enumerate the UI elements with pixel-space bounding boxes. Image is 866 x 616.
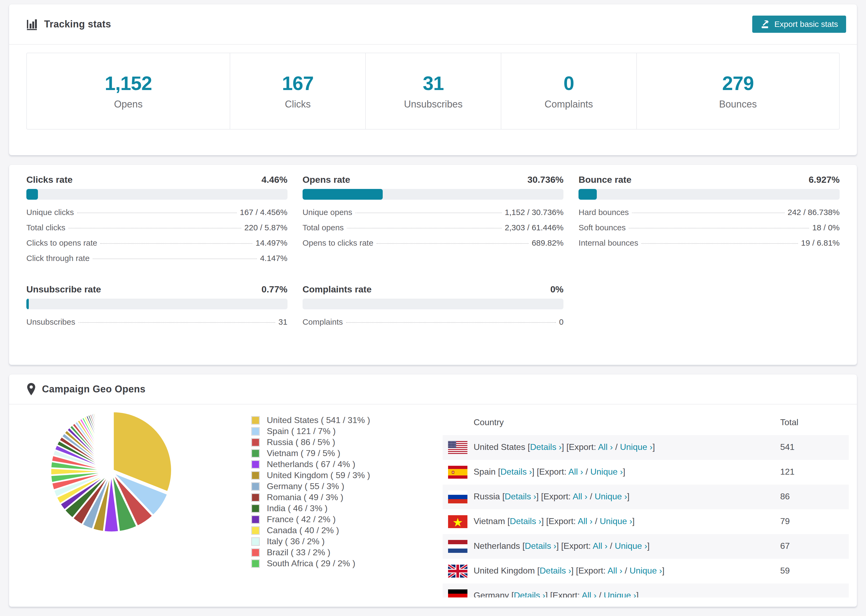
stats-summary-row: 1,152 Opens 167 Clicks 31 Unsubscribes 0… (26, 53, 840, 130)
export-unique-link[interactable]: Unique › (600, 516, 632, 526)
flag-de-icon (448, 589, 468, 597)
legend-item-brazil[interactable]: Brazil ( 33 / 2% ) (251, 547, 370, 558)
country-name: Russia (474, 492, 502, 501)
legend-item-india[interactable]: India ( 46 / 3% ) (251, 503, 370, 514)
slash: / (622, 566, 630, 575)
country-name: Spain (474, 467, 498, 476)
legend-item-germany[interactable]: Germany ( 55 / 3% ) (251, 481, 370, 492)
legend-swatch (251, 427, 260, 436)
legend-item-united-states[interactable]: United States ( 541 / 31% ) (251, 415, 370, 426)
export-all-link[interactable]: All › (598, 442, 612, 452)
stat-unsubscribes: 31 Unsubscribes (365, 53, 501, 129)
tracking-stats-header: Tracking stats Export basic stats (9, 4, 857, 45)
rate-detail-value: 220 / 5.87% (244, 223, 288, 232)
slash: / (597, 591, 604, 597)
bounce-rate-bar (578, 189, 840, 200)
legend-swatch (251, 460, 260, 469)
export-unique-link[interactable]: Unique › (604, 591, 636, 597)
geo-table-header: Country Total (443, 414, 849, 435)
rate-detail-label: Total clicks (26, 223, 65, 232)
export-all-link[interactable]: All › (573, 492, 587, 501)
legend-item-italy[interactable]: Italy ( 36 / 2% ) (251, 536, 370, 547)
export-unique-link[interactable]: Unique › (615, 541, 647, 551)
legend-label: United Kingdom ( 59 / 3% ) (267, 470, 370, 480)
dotted-leader (77, 212, 237, 213)
rate-detail-value: 19 / 6.81% (801, 238, 840, 248)
bracket: ] [Export: (571, 566, 608, 575)
tracking-stats-card: Tracking stats Export basic stats 1,152 … (9, 4, 857, 156)
bracket: ] (632, 516, 635, 526)
upload-icon (760, 19, 770, 29)
bracket: ] (627, 492, 630, 501)
legend-label: Vietnam ( 79 / 5% ) (267, 448, 340, 458)
stat-clicks-label: Clicks (285, 99, 311, 110)
rate-detail-value: 0 (559, 317, 564, 327)
unsubscribe-rate-block: Unsubscribe rate 0.77% Unsubscribes31 (26, 284, 288, 333)
country-cell: Vietnam [Details ›] [Export: All › / Uni… (474, 516, 635, 526)
country-name: United Kingdom (474, 566, 537, 575)
details-link[interactable]: Details › (510, 516, 542, 526)
legend-swatch (251, 482, 260, 491)
legend-item-spain[interactable]: Spain ( 121 / 7% ) (251, 426, 370, 437)
export-button-label: Export basic stats (774, 20, 838, 29)
legend-item-canada[interactable]: Canada ( 40 / 2% ) (251, 525, 370, 536)
legend-item-france[interactable]: France ( 42 / 2% ) (251, 514, 370, 525)
clicks-rate-title: Clicks rate (26, 174, 72, 185)
export-all-link[interactable]: All › (582, 591, 597, 597)
rate-detail-row: Soft bounces18 / 0% (578, 223, 840, 238)
flag-vn-icon (448, 515, 468, 528)
rate-detail-label: Unique clicks (26, 208, 74, 217)
clicks-rate-bar (26, 189, 288, 200)
country-name: Germany (474, 591, 511, 597)
geo-title: Campaign Geo Opens (42, 383, 145, 395)
geo-table-row-ru: Russia [Details ›] [Export: All › / Uniq… (443, 485, 849, 509)
export-unique-link[interactable]: Unique › (620, 442, 652, 452)
dotted-leader (347, 228, 502, 228)
opens-rate-bar (302, 189, 564, 200)
legend-item-netherlands[interactable]: Netherlands ( 67 / 4% ) (251, 459, 370, 470)
details-link[interactable]: Details › (505, 492, 536, 501)
rate-detail-value: 31 (279, 317, 287, 327)
rate-detail-value: 689.82% (532, 238, 564, 248)
rate-detail-row: Opens to clicks rate689.82% (302, 238, 564, 254)
bracket: [ (507, 516, 510, 526)
flag-nl-icon (448, 540, 468, 553)
legend-swatch (251, 537, 260, 546)
export-all-link[interactable]: All › (568, 467, 583, 476)
details-link[interactable]: Details › (514, 591, 545, 597)
country-cell: United States [Details ›] [Export: All ›… (474, 442, 655, 452)
legend-item-south-africa[interactable]: South Africa ( 29 / 2% ) (251, 558, 370, 569)
details-link[interactable]: Details › (525, 541, 556, 551)
total-column-header: Total (780, 417, 798, 427)
export-basic-stats-button[interactable]: Export basic stats (752, 16, 846, 33)
legend-label: South Africa ( 29 / 2% ) (267, 558, 355, 569)
legend-item-russia[interactable]: Russia ( 86 / 5% ) (251, 437, 370, 448)
export-all-link[interactable]: All › (608, 566, 622, 575)
geo-table-row-vn: Vietnam [Details ›] [Export: All › / Uni… (443, 509, 849, 534)
export-all-link[interactable]: All › (593, 541, 608, 551)
bracket: ] [Export: (532, 467, 568, 476)
campaign-geo-opens-card: Campaign Geo Opens United States ( 541 /… (9, 374, 857, 607)
export-unique-link[interactable]: Unique › (630, 566, 662, 575)
rate-detail-label: Unsubscribes (26, 317, 75, 327)
opens-rate-title: Opens rate (302, 174, 350, 185)
legend-item-united-kingdom[interactable]: United Kingdom ( 59 / 3% ) (251, 470, 370, 481)
legend-item-vietnam[interactable]: Vietnam ( 79 / 5% ) (251, 448, 370, 459)
export-unique-link[interactable]: Unique › (590, 467, 623, 476)
rate-detail-value: 242 / 86.738% (788, 208, 840, 217)
details-link[interactable]: Details › (501, 467, 532, 476)
rate-detail-value: 14.497% (255, 238, 287, 248)
details-link[interactable]: Details › (540, 566, 571, 575)
legend-label: Germany ( 55 / 3% ) (267, 481, 344, 491)
map-pin-icon (26, 383, 36, 396)
export-unique-link[interactable]: Unique › (595, 492, 627, 501)
bracket: [ (527, 442, 530, 452)
export-all-link[interactable]: All › (578, 516, 592, 526)
legend-swatch (251, 526, 260, 535)
country-cell: United Kingdom [Details ›] [Export: All … (474, 566, 664, 576)
rate-detail-row: Internal bounces19 / 6.81% (578, 238, 840, 254)
legend-item-romania[interactable]: Romania ( 49 / 3% ) (251, 492, 370, 503)
rate-detail-label: Clicks to opens rate (26, 238, 97, 248)
details-link[interactable]: Details › (530, 442, 562, 452)
country-name: Netherlands (474, 541, 522, 551)
